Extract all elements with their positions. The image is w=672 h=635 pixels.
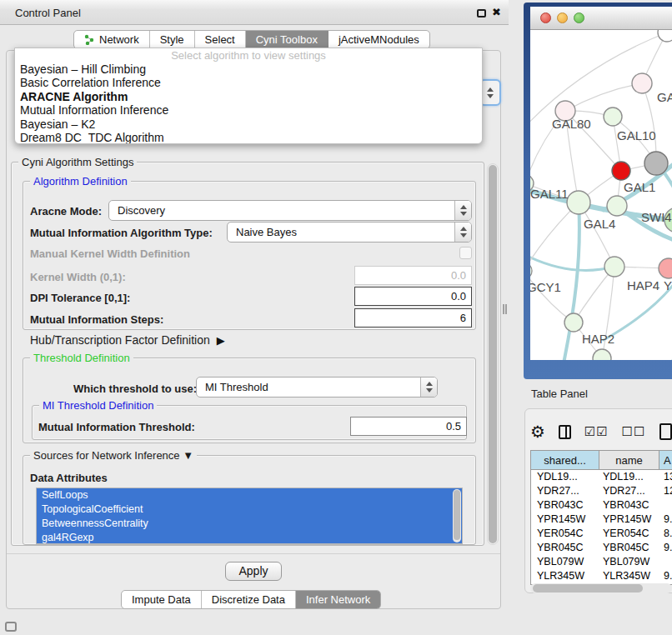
algorithm-option[interactable]: Bayesian – K2: [15, 118, 482, 131]
data-attributes-label: Data Attributes: [30, 472, 108, 484]
select-all-checkboxes-icon[interactable]: ☑☑: [584, 424, 609, 439]
dpi-tolerance-field[interactable]: 0.0: [354, 287, 472, 306]
network-graph: GAL7 GAL80 GAL10 GAL1 SWI4 GAL11 GAL4 GC…: [530, 30, 672, 360]
settings-scrollbar-thumb[interactable]: [489, 165, 497, 543]
attribute-item[interactable]: SelfLoops: [37, 488, 462, 502]
attribute-list-scrollbar[interactable]: [453, 489, 461, 542]
manual-kernel-width-checkbox[interactable]: [459, 247, 472, 259]
mi-threshold-field[interactable]: 0.5: [350, 417, 467, 436]
kernel-width-field[interactable]: 0.0: [354, 266, 472, 285]
tab-style[interactable]: Style: [150, 31, 195, 48]
control-panel-titlebar: Control Panel ✖: [0, 0, 509, 25]
combo-stepper-icon: [454, 201, 471, 220]
node-label: SWI4: [641, 210, 672, 224]
node-gray[interactable]: [644, 152, 668, 175]
settings-scrollbar[interactable]: [487, 163, 499, 545]
node-label: GAL10: [617, 128, 656, 142]
node-label: GCY1: [530, 280, 561, 294]
algorithm-option[interactable]: Bayesian – Hill Climbing: [15, 62, 482, 76]
hub-section-label: Hub/Transcription Factor Definition: [30, 333, 210, 347]
node-salmon[interactable]: [659, 258, 672, 278]
node-gal7[interactable]: [632, 73, 652, 93]
table-row[interactable]: YDL19... YDL19... 13: [531, 470, 672, 484]
mi-steps-field[interactable]: 6: [354, 308, 472, 328]
table-horizontal-scrollbar[interactable]: [530, 583, 672, 593]
table-row[interactable]: YER054C YER054C 8.: [531, 527, 672, 541]
mac-close-icon[interactable]: [540, 12, 551, 23]
algorithm-popup-prompt: Select algorithm to view settings: [15, 48, 482, 62]
node-gal4[interactable]: [567, 191, 590, 214]
gear-icon[interactable]: ⚙: [530, 423, 545, 440]
sources-title: Sources for Network Inference ▼: [30, 449, 197, 462]
column-header-cut[interactable]: A: [659, 451, 672, 469]
algorithm-option[interactable]: Mutual Information Inference: [15, 103, 482, 117]
tab-jactivemnodules[interactable]: jActiveMNodules: [328, 31, 429, 48]
node-unlabeled[interactable]: [658, 30, 672, 42]
column-header-sharedname[interactable]: shared...: [531, 451, 599, 469]
tab-impute-data[interactable]: Impute Data: [122, 591, 202, 608]
algorithm-option[interactable]: Dream8 DC_TDC Algorithm: [15, 131, 482, 144]
table-row[interactable]: YBR043C YBR043C: [531, 498, 672, 512]
node-attribute-table[interactable]: shared... name A YDL19... YDL19... 13 YD…: [530, 450, 672, 585]
application-window: Control Panel ✖ Network Style Select Cyn…: [0, 0, 672, 635]
tab-infer-network[interactable]: Infer Network: [296, 591, 380, 608]
tab-network[interactable]: Network: [74, 31, 150, 48]
document-icon[interactable]: [659, 423, 672, 440]
columns-icon[interactable]: [559, 425, 571, 439]
network-icon: [84, 34, 95, 45]
which-threshold-combo[interactable]: MI Threshold: [196, 377, 438, 398]
algorithm-option-selected[interactable]: ARACNE Algorithm: [15, 90, 482, 103]
table-row[interactable]: YBL079W YBL079W: [531, 555, 672, 569]
node-swi4[interactable]: [607, 196, 627, 216]
algorithm-option[interactable]: Basic Correlation Inference: [15, 76, 482, 89]
mi-steps-label: Mutual Information Steps:: [30, 313, 163, 326]
node-gal1-selected[interactable]: [612, 162, 630, 180]
aracne-mode-combo[interactable]: Discovery: [108, 200, 472, 221]
attribute-item[interactable]: TopologicalCoefficient: [37, 502, 462, 517]
close-icon[interactable]: ✖: [492, 6, 501, 18]
control-panel-title: Control Panel: [15, 7, 81, 19]
network-window-titlebar[interactable]: [530, 7, 672, 30]
table-row[interactable]: YBR045C YBR045C 9.: [531, 541, 672, 555]
deselect-all-checkboxes-icon[interactable]: ☐☐: [622, 424, 646, 439]
bottom-tabbar: Impute Data Discretize Data Infer Networ…: [121, 590, 381, 609]
table-row[interactable]: YLR345W YLR345W 9.: [531, 569, 672, 583]
mi-algorithm-type-label: Mutual Information Algorithm Type:: [30, 227, 213, 239]
mi-algorithm-type-combo[interactable]: Naive Bayes: [227, 222, 472, 242]
panel-splitter-handle[interactable]: [503, 304, 507, 314]
table-panel-toolbar: ⚙ ☑☑ ☐☐: [530, 418, 672, 445]
which-threshold-label: Which threshold to use:: [73, 382, 197, 395]
mac-minimize-icon[interactable]: [557, 12, 568, 23]
tab-select[interactable]: Select: [195, 31, 246, 48]
threshold-definition-title: Threshold Definition: [30, 352, 133, 364]
table-row[interactable]: YDR27... YDR27... 12: [531, 484, 672, 498]
table-row[interactable]: YPR145W YPR145W 9.: [531, 512, 672, 527]
hub-transcription-factor-section[interactable]: Hub/Transcription Factor Definition ▶: [30, 333, 225, 347]
tab-discretize-data[interactable]: Discretize Data: [202, 591, 296, 608]
node-gal10[interactable]: [604, 108, 622, 126]
node-hap2[interactable]: [564, 313, 583, 332]
expand-arrow-icon[interactable]: ▶: [217, 334, 225, 347]
control-panel-tabbar: Network Style Select Cyni Toolbox jActiv…: [73, 30, 430, 49]
attribute-item[interactable]: gal4RGexp: [37, 531, 462, 544]
tab-cyni-toolbox[interactable]: Cyni Toolbox: [246, 31, 328, 48]
manual-kernel-width-label: Manual Kernel Width Definition: [30, 248, 190, 260]
cyni-algorithm-settings-title: Cyni Algorithm Settings: [18, 156, 137, 168]
kernel-width-label: Kernel Width (0,1):: [30, 271, 126, 283]
data-attributes-list[interactable]: SelfLoops TopologicalCoefficient Between…: [36, 488, 463, 544]
network-canvas[interactable]: GAL7 GAL80 GAL10 GAL1 SWI4 GAL11 GAL4 GC…: [530, 30, 672, 360]
column-header-name[interactable]: name: [599, 451, 659, 469]
attribute-item[interactable]: BetweennessCentrality: [37, 517, 462, 531]
node-gcy1[interactable]: [530, 262, 532, 279]
mac-zoom-icon[interactable]: [574, 12, 584, 23]
dock-panel-icon[interactable]: [5, 622, 17, 632]
tab-network-label: Network: [99, 33, 139, 46]
float-window-icon[interactable]: [477, 9, 486, 18]
collapse-arrow-icon[interactable]: ▼: [183, 449, 193, 462]
node-label: GAL80: [552, 117, 591, 131]
node-hap4[interactable]: [604, 257, 624, 277]
apply-button[interactable]: Apply: [225, 562, 282, 581]
node-label: GAL7: [657, 90, 672, 104]
node-label: Y: [664, 278, 672, 292]
mi-threshold-title: MI Threshold Definition: [39, 399, 157, 412]
